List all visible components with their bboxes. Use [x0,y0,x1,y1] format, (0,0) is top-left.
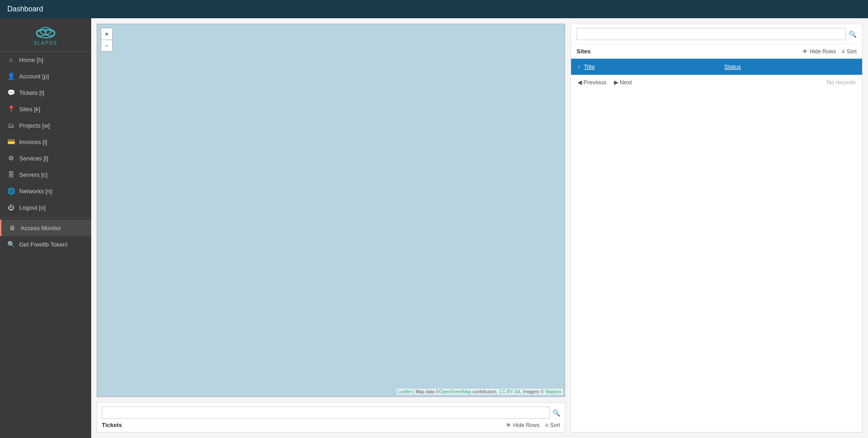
sites-table-container: ↑ Title Status [571,59,862,432]
map-controls: + - [101,28,113,52]
sort-icon: ≡ [545,422,548,428]
sidebar-item-sites[interactable]: 📍Sites [k] [0,101,91,117]
status-sort-link[interactable]: Status [724,63,741,70]
projects-icon: 🗂 [7,122,15,129]
logout-icon: ⏻ [7,204,15,211]
sidebar-item-label: Networks [n] [19,188,52,195]
sidebar-item-home[interactable]: ⌂Home [h] [0,52,91,68]
sidebar-item-label: Sites [k] [19,106,40,113]
sidebar-item-get-freefib-token[interactable]: 🔍Get Freefib Token! [0,236,91,252]
sidebar-item-label: Get Freefib Token! [19,241,68,248]
next-button[interactable]: ▶ Next [614,79,632,86]
sidebar-item-account[interactable]: 👤Account [p] [0,68,91,84]
sites-panel: 🔍 Sites 👁 Hide Rows ≡ Sort [571,24,863,433]
networks-icon: 🌐 [7,187,15,195]
invoices-icon: 💳 [7,138,15,145]
chevron-left-icon: ◀ [577,79,582,86]
sort-arrow-icon: ↑ [577,63,581,70]
sidebar-item-label: Account [p] [19,73,49,80]
topbar: Dashboard [0,0,868,18]
servers-icon: 🗄 [7,171,15,178]
account-icon: 👤 [7,72,15,80]
sidebar-item-label: Tickets [t] [19,89,44,96]
mapbox-link[interactable]: Mapbox [545,389,561,394]
eye-icon: 👁 [802,48,808,55]
tickets-sort-button[interactable]: ≡ Sort [545,422,560,428]
sites-hide-rows-button[interactable]: 👁 Hide Rows [802,48,836,55]
sidebar-section-nav: 🖥Access Monitor🔍Get Freefib Token! [0,220,91,252]
previous-button[interactable]: ◀ Previous [577,79,607,86]
tickets-search-button[interactable]: 🔍 [552,409,560,417]
sidebar-item-label: Logout [o] [19,204,46,211]
tickets-hide-rows-button[interactable]: 👁 Hide Rows [506,422,540,428]
leaflet-link[interactable]: Leaflet [398,389,412,394]
map-container: + - Leaflet | Map data ©OpenStreetMap co… [97,24,565,397]
sidebar-item-label: Invoices [i] [19,139,47,145]
tickets-section: 🔍 Tickets 👁 Hide Rows ≡ Sort [97,402,565,433]
sites-header: Sites 👁 Hide Rows ≡ Sort [571,44,862,59]
sidebar-item-servers[interactable]: 🗄Servers [c] [0,166,91,183]
dashboard-body: + - Leaflet | Map data ©OpenStreetMap co… [91,18,868,438]
col-title: ↑ Title [571,59,718,75]
col-status: Status [718,59,862,75]
access-monitor-icon: 🖥 [9,224,16,232]
sites-search-row: 🔍 [571,24,862,44]
sidebar-item-access-monitor[interactable]: 🖥Access Monitor [0,220,91,236]
sidebar-item-label: Projects [w] [19,122,50,129]
sidebar-item-tickets[interactable]: 💬Tickets [t] [0,84,91,101]
tickets-icon: 💬 [7,89,15,96]
map-attribution: Leaflet | Map data ©OpenStreetMap contri… [397,389,563,395]
sidebar-item-label: Services [l] [19,155,48,162]
tickets-search-row: 🔍 [102,407,560,419]
sites-label: Sites [577,48,591,55]
sites-controls: 👁 Hide Rows ≡ Sort [802,48,857,55]
services-icon: ⚙ [7,155,15,162]
sidebar-main-nav: ⌂Home [h]👤Account [p]💬Tickets [t]📍Sites … [0,52,91,216]
sites-icon: 📍 [7,105,15,113]
zoom-out-button[interactable]: - [101,40,113,52]
content-area: + - Leaflet | Map data ©OpenStreetMap co… [91,18,868,438]
sidebar-divider [0,217,91,218]
tickets-footer-row: Tickets 👁 Hide Rows ≡ Sort [102,422,560,428]
page-title: Dashboard [7,5,43,13]
main-layout: SLAPOS ⌂Home [h]👤Account [p]💬Tickets [t]… [0,18,868,438]
sites-search-input[interactable] [577,28,846,40]
home-icon: ⌂ [7,56,15,63]
tickets-label: Tickets [102,422,122,428]
sort-lines-icon: ≡ [842,48,845,55]
tickets-search-input[interactable] [102,407,550,419]
sidebar-item-label: Servers [c] [19,171,47,178]
sidebar-item-label: Access Monitor [21,225,61,232]
logo-text: SLAPOS [34,41,57,46]
chevron-right-icon: ▶ [614,79,619,86]
cc-link[interactable]: CC-BY-SA [499,389,520,394]
sidebar-nav: ⌂Home [h]👤Account [p]💬Tickets [t]📍Sites … [0,52,91,438]
title-sort-link[interactable]: Title [584,63,595,70]
osm-link[interactable]: OpenStreetMap [439,389,472,394]
sites-search-button[interactable]: 🔍 [849,31,857,38]
sidebar-item-services[interactable]: ⚙Services [l] [0,150,91,166]
tickets-controls: 👁 Hide Rows ≡ Sort [506,422,560,428]
map-section: + - Leaflet | Map data ©OpenStreetMap co… [97,24,565,433]
sidebar-item-logout[interactable]: ⏻Logout [o] [0,199,91,216]
get-freefib-token-icon: 🔍 [7,241,15,248]
pagination-row: ◀ Previous ▶ Next No records [571,75,862,89]
logo-icon [34,24,57,40]
eye-icon: 👁 [506,422,511,428]
zoom-in-button[interactable]: + [101,28,113,40]
sites-sort-button[interactable]: ≡ Sort [842,48,857,55]
sidebar-logo: SLAPOS [0,18,91,52]
sidebar-item-networks[interactable]: 🌐Networks [n] [0,183,91,199]
sidebar-item-projects[interactable]: 🗂Projects [w] [0,117,91,134]
sites-table: ↑ Title Status [571,59,862,75]
sidebar-item-label: Home [h] [19,57,43,63]
sidebar: SLAPOS ⌂Home [h]👤Account [p]💬Tickets [t]… [0,18,91,438]
sidebar-item-invoices[interactable]: 💳Invoices [i] [0,134,91,150]
no-records-text: No records [639,79,856,86]
